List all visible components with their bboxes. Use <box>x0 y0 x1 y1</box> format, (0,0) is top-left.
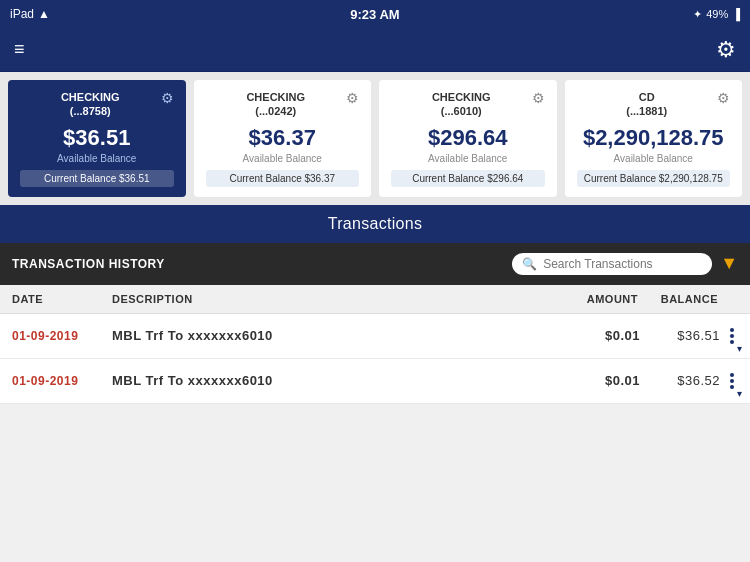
carrier-label: iPad <box>10 7 34 21</box>
bluetooth-icon: ✦ <box>693 8 702 21</box>
tx-chevron-1: ▾ <box>737 388 742 399</box>
col-amount-header: AMOUNT <box>558 293 638 305</box>
transactions-title: Transactions <box>0 205 750 243</box>
account-gear-0[interactable]: ⚙ <box>161 90 174 106</box>
account-balance-3: $2,290,128.75 <box>577 125 731 151</box>
table-header: DATE DESCRIPTION AMOUNT BALANCE <box>0 285 750 314</box>
current-balance-0: Current Balance $36.51 <box>20 170 174 187</box>
account-balance-2: $296.64 <box>391 125 545 151</box>
current-balance-1: Current Balance $36.37 <box>206 170 360 187</box>
col-menu-header <box>718 293 738 305</box>
tx-date-0: 01-09-2019 <box>12 329 112 343</box>
nav-bar: ≡ ⚙ <box>0 28 750 72</box>
status-time: 9:23 AM <box>350 7 399 22</box>
status-right: ✦ 49% ▐ <box>693 8 740 21</box>
transactions-section: Transactions TRANSACTION HISTORY 🔍 ▼ DAT… <box>0 205 750 404</box>
account-name-2: CHECKING (...6010) <box>391 90 532 119</box>
account-card-0[interactable]: CHECKING (...8758) ⚙ $36.51 Available Ba… <box>8 80 186 197</box>
search-input[interactable] <box>543 257 702 271</box>
account-cards: CHECKING (...8758) ⚙ $36.51 Available Ba… <box>0 72 750 205</box>
col-balance-header: BALANCE <box>638 293 718 305</box>
account-name-1: CHECKING (...0242) <box>206 90 347 119</box>
account-name-0: CHECKING (...8758) <box>20 90 161 119</box>
history-label: TRANSACTION HISTORY <box>12 257 165 271</box>
status-bar: iPad ▲ 9:23 AM ✦ 49% ▐ <box>0 0 750 28</box>
account-card-3[interactable]: CD (...1881) ⚙ $2,290,128.75 Available B… <box>565 80 743 197</box>
available-label-3: Available Balance <box>577 153 731 164</box>
battery-icon: ▐ <box>732 8 740 20</box>
wifi-icon: ▲ <box>38 7 50 21</box>
current-balance-3: Current Balance $2,290,128.75 <box>577 170 731 187</box>
account-gear-3[interactable]: ⚙ <box>717 90 730 106</box>
account-name-3: CD (...1881) <box>577 90 718 119</box>
account-card-1[interactable]: CHECKING (...0242) ⚙ $36.37 Available Ba… <box>194 80 372 197</box>
search-box[interactable]: 🔍 <box>512 253 712 275</box>
filter-button[interactable]: ▼ <box>720 253 738 274</box>
col-date-header: DATE <box>12 293 112 305</box>
col-desc-header: DESCRIPTION <box>112 293 558 305</box>
tx-chevron-0: ▾ <box>737 343 742 354</box>
account-balance-1: $36.37 <box>206 125 360 151</box>
search-icon: 🔍 <box>522 257 537 271</box>
tx-amount-0: $0.01 <box>560 328 640 343</box>
transaction-list: 01-09-2019 MBL Trf To xxxxxxx6010 $0.01 … <box>0 314 750 404</box>
available-label-0: Available Balance <box>20 153 174 164</box>
battery-label: 49% <box>706 8 728 20</box>
table-row: 01-09-2019 MBL Trf To xxxxxxx6010 $0.01 … <box>0 359 750 404</box>
current-balance-2: Current Balance $296.64 <box>391 170 545 187</box>
account-card-2[interactable]: CHECKING (...6010) ⚙ $296.64 Available B… <box>379 80 557 197</box>
tx-balance-0: $36.51 <box>640 328 720 343</box>
settings-button[interactable]: ⚙ <box>716 37 736 63</box>
account-gear-2[interactable]: ⚙ <box>532 90 545 106</box>
account-balance-0: $36.51 <box>20 125 174 151</box>
table-row: 01-09-2019 MBL Trf To xxxxxxx6010 $0.01 … <box>0 314 750 359</box>
available-label-1: Available Balance <box>206 153 360 164</box>
search-filter-group: 🔍 ▼ <box>512 253 738 275</box>
tx-balance-1: $36.52 <box>640 373 720 388</box>
tx-amount-1: $0.01 <box>560 373 640 388</box>
tx-desc-0: MBL Trf To xxxxxxx6010 <box>112 328 560 343</box>
status-left: iPad ▲ <box>10 7 50 21</box>
transaction-history-bar: TRANSACTION HISTORY 🔍 ▼ <box>0 243 750 285</box>
account-gear-1[interactable]: ⚙ <box>346 90 359 106</box>
menu-button[interactable]: ≡ <box>14 39 25 60</box>
tx-date-1: 01-09-2019 <box>12 374 112 388</box>
tx-desc-1: MBL Trf To xxxxxxx6010 <box>112 373 560 388</box>
available-label-2: Available Balance <box>391 153 545 164</box>
